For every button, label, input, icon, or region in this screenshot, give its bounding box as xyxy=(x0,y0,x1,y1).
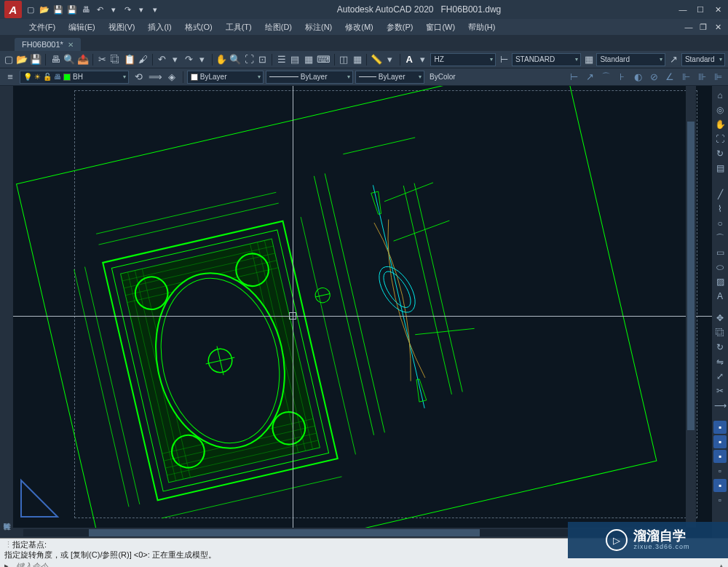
menu-dimension[interactable]: 标注(N) xyxy=(299,20,338,34)
table-style-icon[interactable]: ▦ xyxy=(583,52,594,67)
save-icon[interactable]: 💾 xyxy=(30,52,41,67)
hatch-icon[interactable]: ▨ xyxy=(713,275,727,288)
scale-icon[interactable]: ⤢ xyxy=(713,370,727,383)
chevron-down-icon[interactable]: ▾ xyxy=(108,4,119,15)
layer-isolate-icon[interactable]: ◈ xyxy=(165,70,179,84)
measure-icon[interactable]: 📏 xyxy=(371,52,382,67)
tool3-icon[interactable]: ▪ xyxy=(713,450,727,463)
command-input[interactable] xyxy=(16,562,716,568)
layer-dropdown[interactable]: 💡 ☀ 🔓 🖶 BH xyxy=(20,71,129,84)
rotate-icon[interactable]: ↻ xyxy=(713,341,727,354)
redo-icon[interactable]: ↷ xyxy=(122,4,133,15)
pan-icon[interactable]: ✋ xyxy=(713,118,727,131)
sheet-icon[interactable]: ▤ xyxy=(290,52,301,67)
menu-draw[interactable]: 绘图(D) xyxy=(259,20,298,34)
arc-icon[interactable]: ⌒ xyxy=(713,231,727,245)
redo-icon[interactable]: ↷ xyxy=(183,52,194,67)
table-style-dropdown[interactable]: Standard xyxy=(596,53,665,66)
text-style-dropdown[interactable]: HZ xyxy=(430,53,496,66)
tool-palette-icon[interactable]: ▦ xyxy=(303,52,314,67)
chevron-down-icon[interactable]: ▾ xyxy=(384,52,395,67)
trim-icon[interactable]: ✂ xyxy=(713,384,727,397)
copy-icon[interactable]: ⿻ xyxy=(110,52,121,67)
move-icon[interactable]: ✥ xyxy=(713,312,727,325)
vertical-scrollbar[interactable] xyxy=(686,86,696,528)
new-icon[interactable]: ▢ xyxy=(3,52,14,67)
block-icon[interactable]: ◫ xyxy=(338,52,349,67)
properties-icon[interactable]: ☰ xyxy=(276,52,287,67)
tool4-icon[interactable]: ▫ xyxy=(713,464,727,477)
doc-restore-button[interactable]: ❐ xyxy=(697,21,709,33)
menu-insert[interactable]: 插入(I) xyxy=(142,20,177,34)
dim-aligned-icon[interactable]: ↗ xyxy=(582,71,597,84)
menu-window[interactable]: 窗口(W) xyxy=(420,20,461,34)
zoom-extents-icon[interactable]: ⛶ xyxy=(713,132,727,146)
layer-previous-icon[interactable]: ⟲ xyxy=(131,70,146,84)
chevron-down-icon[interactable]: ▾ xyxy=(197,52,207,67)
dimension-icon[interactable]: ⊢ xyxy=(498,52,509,67)
dim-quick-icon[interactable]: ⊩ xyxy=(678,71,693,84)
orbit-icon[interactable]: ↻ xyxy=(713,147,727,160)
menu-format[interactable]: 格式(O) xyxy=(179,20,218,34)
copy-icon[interactable]: ⿻ xyxy=(713,326,727,339)
grip-icon[interactable]: ⋮⋮ xyxy=(4,539,10,550)
dim-style-dropdown[interactable]: STANDARD xyxy=(512,53,581,66)
polyline-icon[interactable]: ⌇ xyxy=(713,202,727,215)
menu-view[interactable]: 视图(V) xyxy=(103,20,141,34)
tool5-icon[interactable]: ▪ xyxy=(713,479,727,492)
menu-file[interactable]: 文件(F) xyxy=(23,20,61,34)
table-icon[interactable]: ▦ xyxy=(352,52,363,67)
menu-modify[interactable]: 修改(M) xyxy=(339,20,379,34)
color-dropdown[interactable]: ByLayer xyxy=(187,71,264,84)
ellipse-icon[interactable]: ⬭ xyxy=(713,261,727,274)
dim-radius-icon[interactable]: ◐ xyxy=(630,71,645,84)
tool6-icon[interactable]: ▫ xyxy=(713,493,727,507)
preview-icon[interactable]: 🔍 xyxy=(63,52,75,67)
print-icon[interactable]: 🖶 xyxy=(80,4,92,15)
tool2-icon[interactable]: ▪ xyxy=(713,435,727,448)
menu-parametric[interactable]: 参数(P) xyxy=(381,20,419,34)
dim-diameter-icon[interactable]: ⊘ xyxy=(646,71,661,84)
linetype-dropdown[interactable]: ByLayer xyxy=(266,71,353,84)
undo-icon[interactable]: ↶ xyxy=(94,4,106,15)
layer-match-icon[interactable]: ⟹ xyxy=(148,70,162,84)
scrollbar-thumb[interactable] xyxy=(89,529,480,536)
dim-ordinate-icon[interactable]: ⊦ xyxy=(614,71,629,84)
rectangle-icon[interactable]: ▭ xyxy=(713,246,727,259)
extend-icon[interactable]: ⟶ xyxy=(713,399,727,412)
paste-icon[interactable]: 📋 xyxy=(124,52,135,67)
drawing-canvas[interactable] xyxy=(13,86,712,538)
circle-icon[interactable]: ○ xyxy=(713,217,727,230)
open-icon[interactable]: 📂 xyxy=(39,4,50,15)
chevron-down-icon[interactable]: ▾ xyxy=(170,52,181,67)
layer-manager-icon[interactable]: ≡ xyxy=(3,70,17,84)
saveas-icon[interactable]: 💾 xyxy=(66,4,78,15)
dim-linear-icon[interactable]: ⊢ xyxy=(566,71,581,84)
chevron-down-icon[interactable]: ▾ xyxy=(417,52,428,67)
calc-icon[interactable]: ⌨ xyxy=(317,52,331,67)
dim-angular-icon[interactable]: ∠ xyxy=(662,71,677,84)
menu-help[interactable]: 帮助(H) xyxy=(462,20,501,34)
doc-close-button[interactable]: ✕ xyxy=(712,21,724,33)
menu-tools[interactable]: 工具(T) xyxy=(220,20,258,34)
text-icon[interactable]: A xyxy=(713,290,727,303)
dim-continue-icon[interactable]: ⊫ xyxy=(711,71,725,84)
properties-palette-tab[interactable]: 特性 ▣ xyxy=(0,86,13,538)
pan-icon[interactable]: ✋ xyxy=(215,52,227,67)
chevron-down-icon[interactable]: ▾ xyxy=(135,4,147,15)
line-icon[interactable]: ╱ xyxy=(713,188,727,201)
menu-edit[interactable]: 编辑(E) xyxy=(63,20,101,34)
new-icon[interactable]: ▢ xyxy=(25,4,36,15)
doc-minimize-button[interactable]: — xyxy=(683,21,695,33)
showmotion-icon[interactable]: ▤ xyxy=(713,162,727,175)
open-icon[interactable]: 📂 xyxy=(16,52,28,67)
publish-icon[interactable]: 📤 xyxy=(77,52,89,67)
maximize-button[interactable]: ☐ xyxy=(695,4,706,15)
zoom-window-icon[interactable]: ⛶ xyxy=(243,52,254,67)
tool1-icon[interactable]: ▪ xyxy=(713,421,727,434)
dim-arc-icon[interactable]: ⌒ xyxy=(598,71,613,84)
print-icon[interactable]: 🖶 xyxy=(50,52,60,67)
text-icon[interactable]: A xyxy=(403,52,414,67)
document-tab[interactable]: FH06B001* ✕ xyxy=(15,38,81,51)
zoom-icon[interactable]: 🔍 xyxy=(229,52,241,67)
